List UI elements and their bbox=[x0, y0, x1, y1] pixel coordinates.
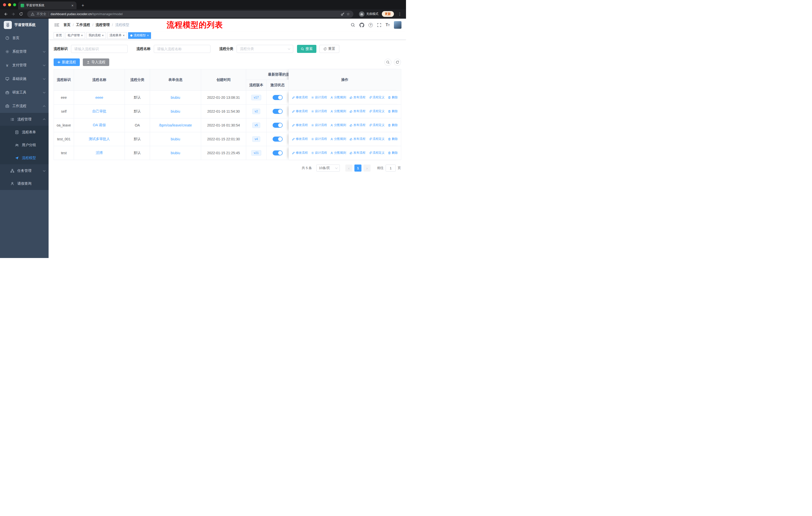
sidebar-item-process-manage[interactable]: 流程管理 bbox=[0, 113, 49, 126]
github-icon[interactable] bbox=[359, 23, 364, 27]
tag-process-form[interactable]: 流程表单 × bbox=[107, 32, 127, 39]
publish-process-link[interactable]: 发布流程 bbox=[350, 151, 366, 155]
help-icon[interactable]: ? bbox=[369, 23, 373, 27]
sidebar-item-payment[interactable]: ¥ 支付管理 bbox=[0, 58, 49, 72]
forward-button[interactable] bbox=[10, 11, 17, 18]
reset-button[interactable]: 重置 bbox=[319, 45, 339, 53]
user-avatar[interactable] bbox=[394, 21, 402, 29]
design-process-link[interactable]: 设计流程 bbox=[311, 151, 327, 155]
assign-rule-link[interactable]: 分配规则 bbox=[330, 151, 346, 155]
import-process-button[interactable]: 导入流程 bbox=[83, 58, 109, 66]
edit-process-link[interactable]: 修改流程 bbox=[292, 137, 308, 141]
form-link[interactable]: biubiu bbox=[171, 109, 180, 113]
fullscreen-icon[interactable] bbox=[377, 23, 381, 27]
sidebar-item-devtools[interactable]: 研发工具 bbox=[0, 86, 49, 99]
update-button[interactable]: 更新 bbox=[382, 11, 394, 17]
assign-rule-link[interactable]: 分配规则 bbox=[330, 95, 346, 100]
sidebar-item-user-group[interactable]: 用户分组 bbox=[0, 139, 49, 152]
assign-rule-link[interactable]: 分配规则 bbox=[330, 109, 346, 113]
breadcrumb-home[interactable]: 首页 bbox=[63, 23, 70, 27]
delete-process-link[interactable]: 删除 bbox=[388, 123, 398, 127]
delete-process-link[interactable]: 删除 bbox=[388, 137, 398, 141]
sidebar-item-system[interactable]: 系统管理 bbox=[0, 45, 49, 58]
font-size-icon[interactable]: TT bbox=[386, 23, 389, 27]
bookmark-star-icon[interactable]: ☆ bbox=[347, 12, 350, 17]
sidebar-item-task-manage[interactable]: 任务管理 bbox=[0, 164, 49, 177]
zoom-window-button[interactable] bbox=[13, 3, 16, 6]
address-bar[interactable]: 不安全 dashboard.yudao.iocoder.cn/bpm/manag… bbox=[27, 10, 353, 18]
assign-rule-link[interactable]: 分配规则 bbox=[330, 137, 346, 141]
sidebar-item-home[interactable]: 首页 bbox=[0, 31, 49, 45]
breadcrumb-process-manage[interactable]: 流程管理 bbox=[96, 23, 110, 27]
new-tab-button[interactable]: + bbox=[80, 3, 86, 9]
form-link[interactable]: biubiu bbox=[171, 137, 180, 141]
publish-process-link[interactable]: 发布流程 bbox=[350, 123, 366, 127]
assign-rule-link[interactable]: 分配规则 bbox=[330, 123, 346, 127]
process-definition-link[interactable]: 流程定义 bbox=[369, 151, 385, 155]
design-process-link[interactable]: 设计流程 bbox=[311, 137, 327, 141]
process-category-select[interactable]: 流程分类 bbox=[237, 45, 293, 53]
next-page-button[interactable]: › bbox=[364, 165, 371, 171]
publish-process-link[interactable]: 发布流程 bbox=[350, 95, 366, 100]
search-icon[interactable] bbox=[351, 23, 355, 27]
form-link[interactable]: biubiu bbox=[171, 151, 180, 155]
browser-menu-icon[interactable]: ⋮ bbox=[397, 12, 404, 17]
publish-process-link[interactable]: 发布流程 bbox=[350, 137, 366, 141]
sidebar-fold-icon[interactable] bbox=[55, 23, 60, 27]
refresh-table-button[interactable] bbox=[394, 59, 401, 66]
form-link[interactable]: biubiu bbox=[171, 96, 180, 100]
publish-process-link[interactable]: 发布流程 bbox=[350, 109, 366, 113]
delete-process-link[interactable]: 删除 bbox=[388, 95, 398, 100]
reload-button[interactable] bbox=[18, 11, 24, 18]
active-toggle[interactable] bbox=[272, 109, 283, 114]
process-name-link[interactable]: 自己审批 bbox=[92, 109, 107, 113]
prev-page-button[interactable]: ‹ bbox=[345, 165, 352, 171]
edit-process-link[interactable]: 修改流程 bbox=[292, 123, 308, 127]
design-process-link[interactable]: 设计流程 bbox=[311, 123, 327, 127]
sidebar-item-workflow[interactable]: 工作流程 bbox=[0, 99, 49, 113]
close-icon[interactable]: × bbox=[81, 34, 83, 37]
tab-close-icon[interactable]: × bbox=[71, 4, 74, 7]
url-text[interactable]: dashboard.yudao.iocoder.cn/bpm/manager/m… bbox=[51, 12, 123, 16]
close-window-button[interactable] bbox=[3, 3, 6, 6]
process-name-link[interactable]: 测试多审批人 bbox=[89, 137, 110, 141]
sidebar-item-process-model[interactable]: 流程模型 bbox=[0, 152, 49, 164]
process-definition-link[interactable]: 流程定义 bbox=[369, 123, 385, 127]
process-name-input[interactable] bbox=[154, 45, 210, 53]
browser-tab[interactable]: 芋道管理系统 × bbox=[18, 1, 77, 9]
active-toggle[interactable] bbox=[272, 137, 283, 142]
tag-my-process[interactable]: 我的流程 × bbox=[86, 32, 106, 39]
page-1-button[interactable]: 1 bbox=[354, 165, 361, 171]
process-key-input[interactable] bbox=[71, 45, 127, 53]
security-label[interactable]: 不安全 bbox=[36, 12, 46, 17]
process-name-link[interactable]: 滔博 bbox=[96, 151, 103, 155]
delete-process-link[interactable]: 删除 bbox=[388, 109, 398, 113]
process-definition-link[interactable]: 流程定义 bbox=[369, 95, 385, 100]
tag-process-model[interactable]: 流程模型 × bbox=[128, 32, 151, 39]
sidebar-item-infrastructure[interactable]: 基础设施 bbox=[0, 72, 49, 86]
process-definition-link[interactable]: 流程定义 bbox=[369, 137, 385, 141]
form-link[interactable]: /bpm/oa/leave/create bbox=[159, 123, 192, 127]
create-process-button[interactable]: 新建流程 bbox=[54, 58, 80, 66]
sidebar-item-leave-query[interactable]: 请假查询 bbox=[0, 177, 49, 190]
delete-process-link[interactable]: 删除 bbox=[388, 151, 398, 155]
password-key-icon[interactable] bbox=[341, 12, 345, 16]
edit-process-link[interactable]: 修改流程 bbox=[292, 95, 308, 100]
edit-process-link[interactable]: 修改流程 bbox=[292, 109, 308, 113]
active-toggle[interactable] bbox=[272, 95, 283, 100]
page-size-select[interactable]: 10条/页 bbox=[316, 165, 340, 171]
design-process-link[interactable]: 设计流程 bbox=[311, 109, 327, 113]
process-name-link[interactable]: OA 请假 bbox=[93, 123, 106, 127]
process-name-link[interactable]: eeee bbox=[95, 96, 103, 100]
design-process-link[interactable]: 设计流程 bbox=[311, 95, 327, 100]
close-icon[interactable]: × bbox=[123, 34, 124, 37]
tag-tenant[interactable]: 租户管理 × bbox=[65, 32, 85, 39]
back-button[interactable] bbox=[2, 11, 9, 18]
close-icon[interactable]: × bbox=[102, 34, 104, 37]
hide-search-button[interactable] bbox=[384, 59, 392, 66]
minimize-window-button[interactable] bbox=[8, 3, 11, 6]
goto-page-input[interactable] bbox=[386, 165, 396, 171]
tag-home[interactable]: 首页 bbox=[54, 32, 64, 39]
active-toggle[interactable] bbox=[272, 123, 283, 128]
breadcrumb-workflow[interactable]: 工作流程 bbox=[76, 23, 90, 27]
